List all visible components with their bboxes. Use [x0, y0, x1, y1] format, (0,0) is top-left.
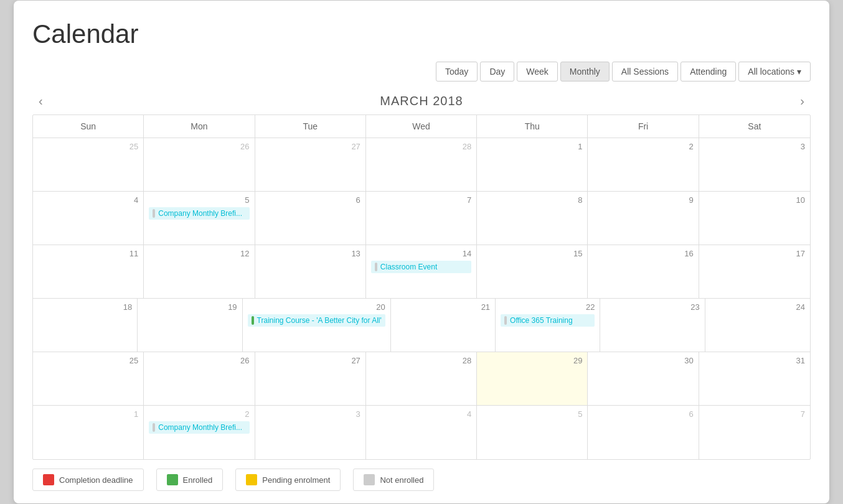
cal-cell-2-3[interactable]: 14Classroom Event	[366, 245, 477, 298]
calendar-event[interactable]: Office 365 Training	[501, 314, 595, 327]
cal-cell-3-6[interactable]: 24	[705, 299, 810, 352]
cal-cell-5-1[interactable]: 2Company Monthly Brefi...	[144, 406, 255, 459]
cal-cell-0-1[interactable]: 26	[144, 138, 255, 191]
day-button[interactable]: Day	[480, 62, 514, 82]
cal-cell-3-0[interactable]: 18	[33, 299, 138, 352]
day-number: 11	[38, 249, 138, 258]
day-number: 29	[482, 356, 582, 365]
day-number: 18	[38, 302, 132, 312]
cal-cell-0-2[interactable]: 27	[255, 138, 366, 191]
cal-cell-0-4[interactable]: 1	[477, 138, 588, 191]
event-label: Company Monthly Brefi...	[158, 209, 242, 218]
cal-cell-3-3[interactable]: 21	[391, 299, 496, 352]
event-type-bar	[252, 316, 254, 325]
calendar-event[interactable]: Training Course - 'A Better City for All…	[248, 314, 385, 327]
legend-label: Completion deadline	[59, 475, 133, 485]
cal-cell-2-6[interactable]: 17	[699, 245, 810, 298]
week-button[interactable]: Week	[517, 62, 558, 82]
cal-cell-5-4[interactable]: 5	[477, 406, 588, 459]
toolbar: Today Day Week Monthly All Sessions Atte…	[32, 62, 811, 82]
cal-cell-1-5[interactable]: 9	[588, 192, 699, 245]
attending-button[interactable]: Attending	[681, 62, 736, 82]
legend-label: Not enrolled	[380, 475, 423, 485]
calendar-event[interactable]: Company Monthly Brefi...	[149, 207, 249, 220]
legend-item: Completion deadline	[32, 469, 144, 491]
cal-cell-4-6[interactable]: 31	[699, 352, 810, 405]
header-thu: Thu	[477, 115, 588, 138]
prev-month-button[interactable]: ‹	[32, 91, 49, 111]
header-sun: Sun	[33, 115, 144, 138]
monthly-button[interactable]: Monthly	[560, 62, 610, 82]
calendar-event[interactable]: Classroom Event	[371, 261, 471, 273]
cal-cell-0-6[interactable]: 3	[699, 138, 810, 191]
cal-cell-0-3[interactable]: 28	[366, 138, 477, 191]
cal-cell-2-4[interactable]: 15	[477, 245, 588, 298]
event-type-bar	[153, 423, 155, 432]
day-number: 3	[260, 409, 360, 419]
day-number: 3	[704, 142, 805, 151]
day-number: 9	[593, 195, 693, 205]
day-number: 16	[593, 249, 693, 258]
cal-cell-2-5[interactable]: 16	[588, 245, 699, 298]
cal-cell-1-6[interactable]: 10	[699, 192, 810, 245]
cal-cell-4-3[interactable]: 28	[366, 352, 477, 405]
legend-color-box	[43, 474, 54, 485]
legend-label: Enrolled	[183, 475, 213, 485]
calendar-nav: ‹ MARCH 2018 ›	[32, 94, 811, 108]
cal-cell-0-5[interactable]: 2	[588, 138, 699, 191]
today-button[interactable]: Today	[436, 62, 478, 82]
cal-cell-2-1[interactable]: 12	[144, 245, 255, 298]
cal-cell-2-2[interactable]: 13	[255, 245, 366, 298]
cal-cell-2-0[interactable]: 11	[33, 245, 144, 298]
cal-cell-4-4[interactable]: 29	[477, 352, 588, 405]
cal-cell-3-1[interactable]: 19	[138, 299, 242, 352]
all-locations-button[interactable]: All locations ▾	[738, 62, 811, 82]
day-number: 30	[593, 356, 693, 365]
day-number: 17	[704, 249, 805, 258]
day-number: 28	[371, 142, 471, 151]
page-title: Calendar	[32, 19, 811, 49]
cal-cell-1-1[interactable]: 5Company Monthly Brefi...	[144, 192, 255, 245]
cal-cell-4-0[interactable]: 25	[33, 352, 144, 405]
cal-cell-4-5[interactable]: 30	[588, 352, 699, 405]
day-number: 15	[482, 249, 582, 258]
day-number: 13	[260, 249, 360, 258]
day-number: 12	[149, 249, 249, 258]
cal-cell-1-2[interactable]: 6	[255, 192, 366, 245]
day-number: 20	[248, 302, 385, 312]
cal-cell-3-4[interactable]: 22Office 365 Training	[496, 299, 600, 352]
cal-row-0: 25262728123	[33, 138, 810, 192]
header-mon: Mon	[144, 115, 255, 138]
cal-cell-3-5[interactable]: 23	[600, 299, 705, 352]
cal-cell-5-2[interactable]: 3	[255, 406, 366, 459]
cal-cell-4-2[interactable]: 27	[255, 352, 366, 405]
legend-color-box	[167, 474, 178, 485]
day-number: 2	[593, 142, 693, 151]
cal-cell-4-1[interactable]: 26	[144, 352, 255, 405]
legend-item: Enrolled	[156, 469, 224, 491]
cal-cell-3-2[interactable]: 20Training Course - 'A Better City for A…	[243, 299, 391, 352]
calendar-event[interactable]: Company Monthly Brefi...	[149, 421, 249, 434]
next-month-button[interactable]: ›	[794, 91, 811, 111]
cal-cell-1-0[interactable]: 4	[33, 192, 144, 245]
cal-cell-1-3[interactable]: 7	[366, 192, 477, 245]
day-number: 5	[482, 409, 582, 419]
cal-cell-5-5[interactable]: 6	[588, 406, 699, 459]
all-sessions-button[interactable]: All Sessions	[612, 62, 678, 82]
day-number: 2	[149, 409, 249, 419]
day-number: 1	[482, 142, 582, 151]
cal-cell-1-4[interactable]: 8	[477, 192, 588, 245]
cal-cell-5-0[interactable]: 1	[33, 406, 144, 459]
cal-row-4: 25262728293031	[33, 352, 810, 406]
day-number: 6	[593, 409, 693, 419]
day-number: 10	[704, 195, 805, 205]
cal-cell-0-0[interactable]: 25	[33, 138, 144, 191]
day-number: 14	[371, 249, 471, 258]
day-number: 27	[260, 142, 360, 151]
header-sat: Sat	[699, 115, 810, 138]
event-label: Company Monthly Brefi...	[158, 423, 242, 432]
day-number: 25	[38, 142, 138, 151]
cal-cell-5-6[interactable]: 7	[699, 406, 810, 459]
cal-cell-5-3[interactable]: 4	[366, 406, 477, 459]
legend-label: Pending enrolment	[262, 475, 330, 485]
